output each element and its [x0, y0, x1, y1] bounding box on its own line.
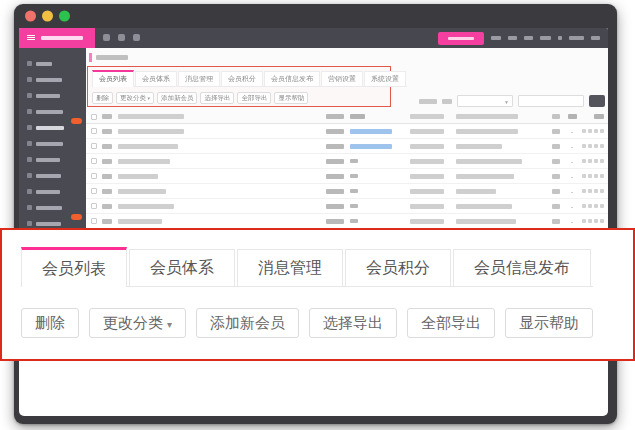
row-action-icon[interactable]	[594, 144, 598, 148]
callout-tab[interactable]: 消息管理	[237, 249, 343, 286]
nav-link-placeholder[interactable]	[569, 36, 584, 40]
header-cell	[350, 114, 410, 119]
row-checkbox[interactable]	[91, 188, 97, 194]
apps-icon[interactable]	[133, 34, 140, 41]
cell-text-placeholder	[410, 159, 444, 164]
row-action-icon[interactable]	[600, 144, 604, 148]
sidebar-item[interactable]	[19, 161, 86, 176]
sidebar-item[interactable]	[19, 113, 86, 128]
module-tab[interactable]: 系统设置	[364, 71, 406, 86]
row-action-icon[interactable]	[594, 174, 598, 178]
row-checkbox[interactable]	[91, 158, 97, 164]
search-label-placeholder	[419, 99, 437, 104]
header-label-placeholder	[350, 114, 365, 119]
module-tab[interactable]: 营销设置	[321, 71, 363, 86]
row-action-icon[interactable]	[594, 189, 598, 193]
callout-button[interactable]: 显示帮助	[505, 308, 593, 338]
module-tab[interactable]: 会员列表	[92, 70, 134, 87]
sidebar-item[interactable]	[19, 193, 86, 208]
row-action-icon[interactable]	[588, 159, 592, 163]
module-button[interactable]: 全部导出	[237, 92, 271, 104]
select-all-checkbox[interactable]	[91, 114, 97, 120]
phone-link-placeholder[interactable]	[350, 129, 392, 134]
home-icon[interactable]	[103, 34, 110, 41]
nav-link-placeholder[interactable]	[558, 36, 562, 40]
module-button[interactable]: 选择导出	[200, 92, 234, 104]
row-action-icon[interactable]	[600, 174, 604, 178]
sidebar-item[interactable]	[19, 177, 86, 192]
row-action-icon[interactable]	[600, 189, 604, 193]
zoom-button[interactable]	[59, 11, 70, 22]
callout-tab[interactable]: 会员积分	[345, 249, 451, 286]
row-action-icon[interactable]	[588, 129, 592, 133]
sidebar-item[interactable]	[19, 49, 86, 64]
upgrade-button[interactable]	[438, 32, 484, 45]
row-action-icon[interactable]	[582, 189, 586, 193]
phone-placeholder	[350, 189, 358, 193]
row-action-icon[interactable]	[588, 174, 592, 178]
module-tab[interactable]: 会员体系	[135, 71, 177, 86]
module-tab[interactable]: 会员信息发布	[264, 71, 320, 86]
row-action-icon[interactable]	[600, 219, 604, 223]
nav-link-placeholder[interactable]	[591, 36, 600, 40]
row-action-icon[interactable]	[600, 129, 604, 133]
row-action-icon[interactable]	[594, 204, 598, 208]
search-input[interactable]	[518, 95, 584, 107]
row-checkbox[interactable]	[91, 173, 97, 179]
callout-tab[interactable]: 会员信息发布	[453, 249, 591, 286]
module-tab[interactable]: 消息管理	[178, 71, 220, 86]
row-action-icon[interactable]	[582, 219, 586, 223]
sidebar-item[interactable]	[19, 145, 86, 160]
module-button[interactable]: 删除	[92, 92, 113, 104]
app-logo[interactable]	[19, 28, 95, 48]
admin-main: 会员列表会员体系消息管理会员积分会员信息发布营销设置系统设置 删除更改分类 ▾添…	[86, 48, 608, 232]
sidebar-item[interactable]	[19, 65, 86, 80]
callout-tab[interactable]: 会员体系	[129, 249, 235, 286]
nav-link-placeholder[interactable]	[491, 36, 501, 40]
search-button[interactable]	[589, 95, 605, 107]
callout-button[interactable]: 更改分类▾	[89, 308, 186, 338]
sidebar-item[interactable]	[19, 97, 86, 112]
table-cell	[86, 218, 102, 224]
callout-button[interactable]: 全部导出	[407, 308, 495, 338]
row-checkbox[interactable]	[91, 203, 97, 209]
row-action-icon[interactable]	[588, 219, 592, 223]
row-action-icon[interactable]	[594, 159, 598, 163]
row-action-icon[interactable]	[594, 219, 598, 223]
row-action-icon[interactable]	[588, 144, 592, 148]
row-action-icon[interactable]	[588, 204, 592, 208]
sidebar-item[interactable]	[19, 129, 86, 144]
row-checkbox[interactable]	[91, 143, 97, 149]
row-action-icon[interactable]	[582, 159, 586, 163]
callout-button[interactable]: 添加新会员	[196, 308, 299, 338]
cell-text-placeholder	[456, 159, 522, 164]
minimize-button[interactable]	[42, 11, 53, 22]
nav-link-placeholder[interactable]	[524, 36, 533, 40]
module-button[interactable]: 显示帮助	[274, 92, 308, 104]
row-action-icon[interactable]	[582, 204, 586, 208]
nav-link-placeholder[interactable]	[540, 36, 551, 40]
row-checkbox[interactable]	[91, 128, 97, 134]
row-action-icon[interactable]	[582, 144, 586, 148]
sidebar-item[interactable]	[19, 81, 86, 96]
module-button[interactable]: 更改分类 ▾	[116, 92, 154, 104]
row-action-icon[interactable]	[600, 204, 604, 208]
callout-tab[interactable]: 会员列表	[21, 247, 127, 287]
row-action-icon[interactable]	[594, 129, 598, 133]
sidebar-item[interactable]	[19, 209, 86, 224]
callout-button[interactable]: 删除	[21, 308, 79, 338]
nav-link-placeholder[interactable]	[508, 36, 517, 40]
module-button[interactable]: 添加新会员	[157, 92, 198, 104]
phone-link-placeholder[interactable]	[350, 144, 392, 149]
row-action-icon[interactable]	[582, 129, 586, 133]
title-accent-bar	[89, 53, 92, 62]
row-action-icon[interactable]	[588, 189, 592, 193]
refresh-icon[interactable]	[118, 34, 125, 41]
row-action-icon[interactable]	[582, 174, 586, 178]
callout-button[interactable]: 选择导出	[309, 308, 397, 338]
search-field-select[interactable]: ▼	[457, 95, 513, 107]
row-action-icon[interactable]	[600, 159, 604, 163]
module-tab[interactable]: 会员积分	[221, 71, 263, 86]
row-checkbox[interactable]	[91, 218, 97, 224]
close-button[interactable]	[25, 11, 36, 22]
